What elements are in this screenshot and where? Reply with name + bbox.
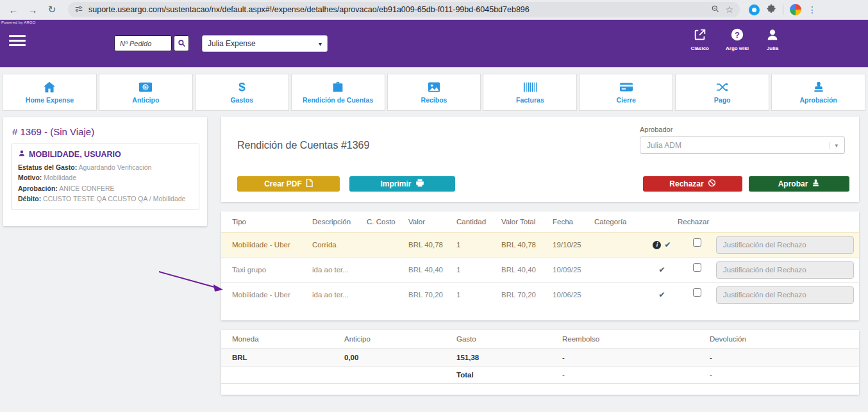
stamp-icon (812, 179, 820, 189)
pdf-document-icon (306, 179, 313, 189)
reload-icon[interactable]: ↻ (45, 4, 59, 15)
app-context-select[interactable]: Julia Expense ▾ (202, 35, 328, 52)
col-gasto: Gasto (456, 335, 562, 343)
col-valor-total: Valor Total (501, 218, 553, 226)
site-settings-icon[interactable] (74, 4, 83, 15)
home-icon (43, 81, 56, 94)
col-valor: Valor (408, 218, 456, 226)
col-reembolso: Reembolso (562, 335, 710, 343)
reject-checkbox[interactable] (693, 288, 701, 297)
app-context-value: Julia Expense (208, 39, 256, 48)
reject-justification-input[interactable] (716, 286, 854, 304)
reject-checkbox[interactable] (693, 263, 701, 272)
aprobador-value: Julia ADM (647, 141, 681, 150)
person-icon (18, 149, 26, 159)
col-fecha: Fecha (553, 218, 594, 226)
aprobador-select[interactable]: Julia ADM ▾ (640, 136, 845, 154)
nav-home-expense[interactable]: Home Expense (3, 74, 97, 111)
expense-user-name: MOBILIDADE, USUARIO (29, 150, 121, 159)
forward-icon[interactable]: → (26, 4, 40, 15)
credit-card-icon (619, 81, 633, 94)
table-row: Mobilidade - Uber ida ao ter... BRL 70,2… (221, 282, 859, 307)
col-cantidad: Cantidad (456, 218, 501, 226)
expense-id-title: # 1369 - (Sin Viaje) (3, 117, 207, 144)
nav-recibos[interactable]: Recibos (387, 74, 481, 111)
powered-by-label: Powered by ARGO (1, 21, 36, 24)
receipt-photo-icon (428, 81, 440, 94)
col-tipo: Tipo (232, 218, 312, 226)
field-debito: Débito: CCUSTO TESTE QA CCUSTO QA / Mobi… (18, 194, 192, 204)
verified-check-icon: ✔ (658, 290, 665, 299)
expense-user: MOBILIDADE, USUARIO (18, 149, 192, 159)
chevron-down-icon: ▾ (319, 40, 322, 47)
reject-justification-input[interactable] (716, 261, 854, 279)
toolbar-divider (783, 4, 783, 15)
totals-row-total: Total - - (221, 366, 859, 384)
user-menu[interactable]: Julia (765, 28, 780, 51)
nav-gastos[interactable]: $ Gastos (195, 74, 289, 111)
search-button[interactable] (174, 35, 189, 51)
header-actions: Clásico ? Argo wiki Julia (691, 28, 780, 51)
table-row: Mobilidade - Uber Corrida BRL 40,78 1 BR… (221, 232, 859, 257)
col-rechazar: Rechazar (678, 218, 716, 226)
nav-cierre[interactable]: Cierre (579, 74, 673, 111)
back-icon[interactable]: ← (6, 4, 21, 15)
create-pdf-button[interactable]: Crear PDF (237, 176, 340, 192)
rendicion-header-card: Rendición de Cuentas #1369 Aprobador Jul… (221, 117, 859, 202)
extensions-puzzle-icon[interactable] (766, 4, 776, 16)
field-estatus: Estatus del Gasto: Aguardando Verificaci… (18, 162, 192, 172)
dollar-icon: $ (238, 81, 246, 94)
nav-rendicion[interactable]: Rendición de Cuentas (291, 74, 385, 111)
menu-hamburger-icon[interactable] (9, 35, 26, 49)
expense-table-header: Tipo Descripción C. Costo Valor Cantidad… (221, 211, 859, 232)
url-text[interactable]: suporte.useargo.com/sustentacao/nx/defau… (88, 5, 706, 14)
help-icon: ? (730, 28, 744, 44)
order-search (114, 35, 189, 51)
argo-wiki-label: Argo wiki (726, 45, 749, 51)
approve-button[interactable]: Aprobar (749, 176, 849, 192)
url-bar[interactable]: suporte.useargo.com/sustentacao/nx/defau… (68, 2, 740, 17)
expense-lines-card: Tipo Descripción C. Costo Valor Cantidad… (221, 211, 859, 320)
profile-avatar[interactable] (790, 4, 801, 15)
svg-text:?: ? (735, 30, 740, 40)
print-button[interactable]: Imprimir (349, 176, 455, 192)
module-nav: Home Expense @ Anticipo $ Gastos Rendici… (3, 74, 865, 111)
nav-pago[interactable]: Pago (675, 74, 769, 111)
col-anticipo: Anticipo (344, 335, 456, 343)
col-moneda: Moneda (232, 335, 344, 343)
external-link-icon (693, 28, 707, 44)
nav-anticipo[interactable]: @ Anticipo (99, 74, 193, 111)
order-search-input[interactable] (114, 35, 172, 51)
table-row: Taxi grupo ida ao ter... BRL 40,40 1 BRL… (221, 257, 859, 282)
shuffle-arrows-icon (715, 81, 730, 94)
col-devolucion: Devolución (710, 335, 848, 343)
field-motivo: Motivo: Mobilidade (18, 172, 192, 183)
classic-link[interactable]: Clásico (691, 28, 709, 51)
chevron-down-icon: ▾ (829, 142, 838, 149)
info-icon[interactable]: i (653, 241, 661, 249)
barcode-icon (523, 81, 537, 94)
svg-text:@: @ (143, 85, 148, 90)
page-title: Rendición de Cuentas #1369 (237, 140, 369, 151)
reject-button[interactable]: Rechazar (643, 176, 742, 192)
reject-checkbox[interactable] (693, 238, 701, 247)
reject-justification-input[interactable] (716, 236, 854, 254)
expense-info-box: MOBILIDADE, USUARIO Estatus del Gasto: A… (11, 144, 199, 210)
field-aprobacion: Aprobación: ANICE CONFERE (18, 183, 192, 194)
browser-actions: ⋮ (749, 4, 817, 16)
argo-wiki-link[interactable]: ? Argo wiki (726, 28, 749, 51)
browser-toolbar: ← → ↻ suporte.useargo.com/sustentacao/nx… (0, 0, 868, 20)
user-label: Julia (767, 45, 778, 51)
bookmark-star-icon[interactable]: ☆ (725, 4, 733, 15)
nav-facturas[interactable]: Facturas (483, 74, 577, 111)
extension-icon[interactable] (749, 4, 760, 15)
app-header: Powered by ARGO Julia Expense ▾ Clásico (0, 20, 868, 67)
nav-aprobacion[interactable]: Aprobación (771, 74, 865, 111)
totals-card: Moneda Anticipo Gasto Reembolso Devoluci… (221, 330, 859, 395)
col-categoria: Categoría (594, 218, 646, 226)
zoom-icon[interactable] (711, 4, 720, 15)
aprobador-label: Aprobador (640, 126, 672, 133)
browser-menu-icon[interactable]: ⋮ (808, 4, 817, 15)
stamp-icon (812, 81, 825, 94)
col-ccosto: C. Costo (367, 218, 408, 226)
